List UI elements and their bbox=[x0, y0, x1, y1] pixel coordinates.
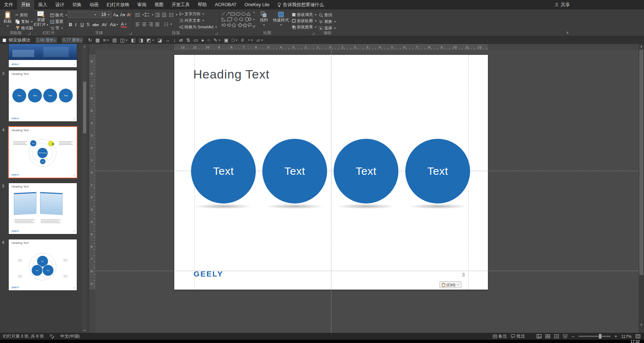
font-size-combobox[interactable]: 18▼ bbox=[99, 11, 112, 18]
convert-smartart-button[interactable]: 转换为 SmartArt▼ bbox=[179, 24, 217, 30]
menu-tab-6[interactable]: 动画 bbox=[86, 0, 103, 9]
menu-tab-5[interactable]: 切换 bbox=[68, 0, 86, 9]
tell-me-box[interactable]: 告诉我你想要做什么 bbox=[274, 0, 328, 9]
text-shadow-button[interactable]: S bbox=[87, 20, 90, 28]
align-text-button[interactable]: 对齐文本▼ bbox=[179, 17, 204, 24]
row-layout-icon[interactable]: ▤ bbox=[112, 37, 117, 43]
drawing-dialog-launcher-icon[interactable] bbox=[312, 32, 314, 35]
align-bottom-icon[interactable]: ◪ bbox=[158, 37, 162, 43]
justify-button[interactable] bbox=[155, 21, 160, 27]
shapes-gallery-scroll[interactable]: ▲▼▼ bbox=[252, 11, 256, 28]
paste-options-button[interactable]: (Ctrl) ▼ bbox=[440, 281, 461, 288]
bullets-button[interactable]: ▼ bbox=[135, 12, 144, 18]
underline-button[interactable]: U bbox=[80, 20, 84, 28]
fill-color-icon[interactable]: ● bbox=[201, 37, 204, 43]
notes-toggle[interactable]: 备注 bbox=[493, 334, 507, 339]
replace-button[interactable]: 替换▼ bbox=[319, 19, 336, 25]
align-left-icon[interactable]: ◧ bbox=[131, 37, 135, 43]
menu-tab-1[interactable]: 文件 bbox=[0, 0, 17, 9]
language-indicator[interactable]: 中文(中国) bbox=[60, 334, 80, 339]
slide-sorter-view-button[interactable] bbox=[545, 334, 550, 338]
decrease-indent-button[interactable] bbox=[155, 12, 160, 18]
scroll-down-icon[interactable]: ▼ bbox=[252, 19, 256, 21]
scroll-up-icon[interactable]: ▲ bbox=[82, 44, 87, 49]
shape-icon[interactable]: ▱▼ bbox=[257, 37, 263, 43]
clipboard-dialog-launcher-icon[interactable] bbox=[28, 32, 31, 35]
slide-thumbnail-5[interactable]: Heading Text GEELY 5 bbox=[9, 183, 77, 234]
shapes-gallery[interactable] bbox=[221, 11, 251, 28]
scrollbar-thumb[interactable] bbox=[639, 50, 643, 275]
columns-button[interactable]: ▼ bbox=[164, 21, 172, 27]
quick-styles-button[interactable]: 快速样式▼ bbox=[271, 11, 290, 33]
italic-button[interactable]: I bbox=[75, 20, 76, 28]
copy-button[interactable]: 复制▼ bbox=[15, 19, 33, 25]
cut-button[interactable]: ✂剪切 bbox=[15, 12, 28, 18]
slide-shape-circle-1[interactable]: Text bbox=[191, 139, 256, 203]
outline-color-icon[interactable]: ○ bbox=[207, 37, 210, 43]
distribute-horizontal-icon[interactable]: ↔ bbox=[165, 37, 170, 43]
thumbnail-scrollbar[interactable]: ▲ ▼ bbox=[82, 44, 87, 333]
slide-thumbnail-4[interactable]: Heading Text Text Sub-heading Text GEELY… bbox=[9, 127, 77, 178]
shape-height-field[interactable]: 0.77 厘米▲▼ bbox=[62, 37, 83, 43]
shape-fill-button[interactable]: 形状填充▼ bbox=[292, 12, 317, 18]
collapse-ribbon-icon[interactable]: ∧ bbox=[566, 31, 569, 35]
column-layout-icon[interactable]: ◫▼ bbox=[120, 37, 128, 43]
slide-title[interactable]: Heading Text bbox=[193, 67, 270, 81]
lock-aspect-ratio-checkbox[interactable] bbox=[3, 39, 6, 42]
comments-toggle[interactable]: 批注 bbox=[511, 334, 525, 339]
line-spacing-button[interactable]: ▼ bbox=[169, 12, 178, 18]
zoom-in-button[interactable]: + bbox=[615, 334, 617, 339]
scrollbar-thumb[interactable] bbox=[83, 82, 86, 133]
grow-font-button[interactable]: A▴ bbox=[113, 12, 118, 18]
change-case-button[interactable]: Aa▼ bbox=[110, 20, 119, 28]
menu-tab-9[interactable]: 视图 bbox=[151, 0, 168, 9]
spellcheck-icon[interactable] bbox=[49, 334, 54, 339]
menu-tab-7[interactable]: 幻灯片放映 bbox=[103, 0, 134, 9]
shape-effects-button[interactable]: 形状效果▼ bbox=[292, 24, 317, 30]
strikethrough-button[interactable]: abc bbox=[92, 20, 99, 28]
increase-indent-button[interactable] bbox=[162, 12, 167, 18]
arrange-button[interactable]: 排列▼ bbox=[257, 11, 271, 33]
distribute-vertical-icon[interactable]: ↕ bbox=[173, 37, 176, 43]
shape-outline-button[interactable]: 形状轮廓▼ bbox=[292, 18, 317, 24]
swap-icon[interactable]: ⇄ bbox=[179, 37, 183, 43]
menu-tab-4[interactable]: 设计 bbox=[51, 0, 68, 9]
menu-tab-12[interactable]: ACROBAT bbox=[211, 0, 241, 9]
share-button[interactable]: 共享 bbox=[554, 0, 570, 9]
menu-tab-11[interactable]: 帮助 bbox=[194, 0, 211, 9]
layout-button[interactable]: 版式▼ bbox=[50, 12, 67, 18]
find-button[interactable]: 查找 bbox=[319, 12, 332, 18]
shape-width-field[interactable]: 1.06 厘米▲▼ bbox=[36, 37, 57, 43]
zoom-level[interactable]: 117% bbox=[621, 334, 632, 339]
font-name-combobox[interactable]: ▼ bbox=[68, 11, 98, 18]
slideshow-view-button[interactable] bbox=[563, 334, 568, 338]
reset-button[interactable]: 重置 bbox=[50, 19, 63, 25]
equalize-icon[interactable]: ⇅ bbox=[186, 37, 190, 43]
pie-chart-icon[interactable]: ◔▼ bbox=[247, 37, 253, 43]
zoom-slider-thumb[interactable] bbox=[599, 334, 601, 339]
frame-icon[interactable]: □▼ bbox=[232, 37, 238, 43]
numbering-icon[interactable]: # bbox=[241, 37, 244, 43]
align-left-button[interactable] bbox=[135, 21, 140, 27]
more-shapes-icon[interactable]: ▼ bbox=[252, 26, 256, 28]
scroll-down-icon[interactable]: ▼ bbox=[639, 323, 644, 328]
align-top-icon[interactable]: ◩▼ bbox=[147, 37, 154, 43]
scroll-up-icon[interactable]: ▲ bbox=[252, 11, 256, 13]
slide-shape-circle-4[interactable]: Text bbox=[405, 139, 470, 203]
numbering-button[interactable]: ▼ bbox=[145, 12, 154, 18]
zoom-out-button[interactable]: − bbox=[572, 334, 575, 339]
menu-tab-2[interactable]: 开始 bbox=[17, 0, 34, 9]
shrink-font-button[interactable]: A▾ bbox=[120, 12, 125, 18]
size-table-icon[interactable]: ▦ bbox=[95, 37, 100, 43]
spinner-icon[interactable]: ▲▼ bbox=[80, 39, 82, 42]
spinner-icon[interactable]: ▲▼ bbox=[54, 39, 56, 42]
text-align-icon[interactable]: ≡▼ bbox=[103, 37, 109, 43]
text-direction-button[interactable]: 文字方向▼ bbox=[179, 11, 204, 17]
align-center-button[interactable] bbox=[142, 21, 147, 27]
font-dialog-launcher-icon[interactable] bbox=[129, 32, 132, 35]
slide-area-scrollbar[interactable]: ▲ ▼ bbox=[639, 44, 644, 333]
pen-tool-icon[interactable]: ✎▼ bbox=[214, 37, 221, 43]
zoom-slider[interactable] bbox=[579, 336, 611, 337]
menu-tab-10[interactable]: 开发工具 bbox=[168, 0, 194, 9]
slide-thumbnail-6[interactable]: Heading Text Text Text Text Text Text Te… bbox=[9, 239, 77, 290]
